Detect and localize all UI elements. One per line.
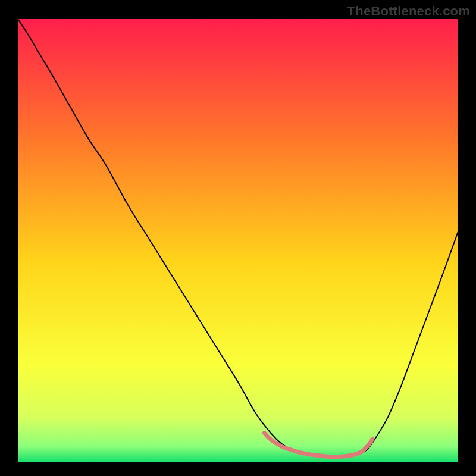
plot-area: [18, 19, 458, 462]
gradient-background: [18, 19, 458, 462]
chart-svg: [18, 19, 458, 462]
watermark-text: TheBottleneck.com: [347, 4, 470, 19]
chart-frame: TheBottleneck.com: [0, 0, 476, 476]
